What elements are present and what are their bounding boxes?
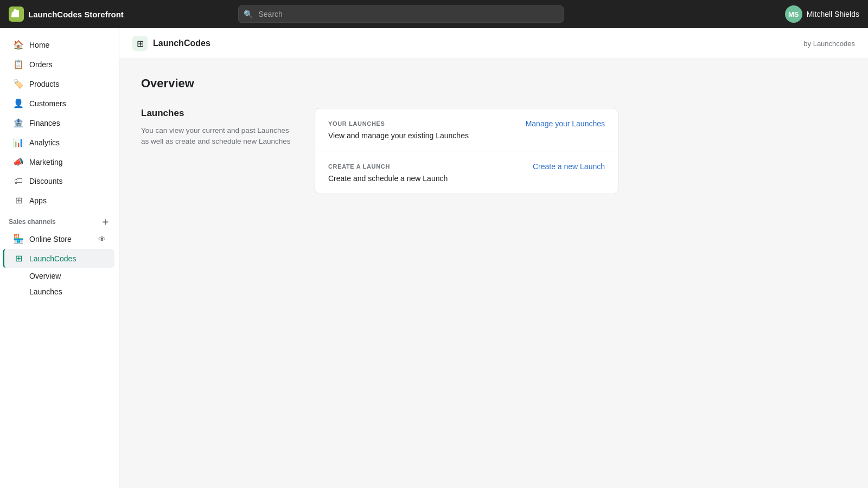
eye-icon[interactable]: 👁: [98, 235, 106, 243]
search-icon: 🔍: [244, 10, 253, 18]
sidebar-item-discounts[interactable]: 🏷 Discounts: [4, 172, 114, 190]
user-menu[interactable]: MS Mitchell Shields: [785, 5, 859, 23]
customers-icon: 👤: [13, 98, 24, 108]
manage-launches-link[interactable]: Manage your Launches: [526, 119, 605, 128]
online-store-icon: 🏪: [13, 234, 24, 244]
launches-heading: Launches: [141, 108, 293, 119]
sidebar-item-launchcodes[interactable]: ⊞ LaunchCodes: [3, 249, 114, 268]
sidebar-item-analytics[interactable]: 📊 Analytics: [4, 133, 114, 152]
search-container: 🔍: [238, 5, 564, 23]
sidebar-item-home[interactable]: 🏠 Home: [4, 35, 114, 54]
marketing-icon: 📣: [13, 157, 24, 167]
sales-channels-section: Sales channels ＋: [0, 210, 119, 229]
sidebar-sub-item-launches[interactable]: Launches: [4, 284, 114, 299]
sidebar-item-products[interactable]: 🏷️ Products: [4, 74, 114, 93]
create-launch-label: CREATE A LAUNCH: [328, 163, 390, 170]
search-input[interactable]: [238, 5, 564, 23]
layout: 🏠 Home 📋 Orders 🏷️ Products 👤 Customers …: [0, 28, 868, 488]
sales-channels-label: Sales channels: [9, 218, 56, 226]
products-icon: 🏷️: [13, 79, 24, 89]
online-store-label: Online Store: [29, 235, 72, 243]
discounts-icon: 🏷: [13, 176, 24, 186]
overview-row: Launches You can view your current and p…: [141, 108, 846, 194]
brand[interactable]: LaunchCodes Storefront: [9, 7, 124, 22]
avatar: MS: [785, 5, 802, 23]
create-launch-desc: Create and schedule a new Launch: [328, 174, 605, 183]
finances-icon: 🏦: [13, 118, 24, 128]
launches-description: You can view your current and past Launc…: [141, 125, 293, 147]
orders-icon: 📋: [13, 59, 24, 69]
sidebar-item-customers[interactable]: 👤 Customers: [4, 94, 114, 113]
your-launches-card: YOUR LAUNCHES Manage your Launches View …: [315, 108, 618, 151]
sidebar-item-online-store[interactable]: 🏪 Online Store 👁: [4, 229, 114, 248]
app-header-by: by Launchcodes: [803, 40, 855, 48]
page-content: Overview Launches You can view your curr…: [119, 59, 868, 488]
create-launch-link[interactable]: Create a new Launch: [533, 162, 605, 171]
user-name: Mitchell Shields: [807, 10, 859, 18]
app-header-title: LaunchCodes: [153, 38, 210, 48]
app-header-icon: ⊞: [132, 36, 148, 51]
sidebar-item-finances[interactable]: 🏦 Finances: [4, 113, 114, 132]
sidebar-item-orders[interactable]: 📋 Orders: [4, 55, 114, 74]
sidebar-item-marketing[interactable]: 📣 Marketing: [4, 152, 114, 171]
sidebar: 🏠 Home 📋 Orders 🏷️ Products 👤 Customers …: [0, 28, 119, 488]
sidebar-item-apps[interactable]: ⊞ Apps: [4, 191, 114, 210]
shopify-logo: [9, 7, 24, 22]
main-content: ⊞ LaunchCodes by Launchcodes Overview La…: [119, 28, 868, 488]
analytics-icon: 📊: [13, 137, 24, 147]
launches-intro: Launches You can view your current and p…: [141, 108, 293, 147]
launches-cards: YOUR LAUNCHES Manage your Launches View …: [315, 108, 618, 194]
launchcodes-icon: ⊞: [13, 253, 24, 264]
launchcodes-label: LaunchCodes: [29, 254, 76, 263]
topbar: LaunchCodes Storefront 🔍 MS Mitchell Shi…: [0, 0, 868, 28]
page-title: Overview: [141, 76, 846, 91]
your-launches-desc: View and manage your existing Launches: [328, 131, 605, 140]
brand-name: LaunchCodes Storefront: [28, 10, 124, 19]
create-launch-card: CREATE A LAUNCH Create a new Launch Crea…: [315, 151, 618, 194]
apps-icon: ⊞: [13, 195, 24, 206]
sidebar-sub-item-overview[interactable]: Overview: [4, 268, 114, 284]
app-header: ⊞ LaunchCodes by Launchcodes: [119, 28, 868, 59]
add-sales-channel-button[interactable]: ＋: [100, 217, 110, 227]
home-icon: 🏠: [13, 40, 24, 50]
your-launches-label: YOUR LAUNCHES: [328, 120, 385, 127]
